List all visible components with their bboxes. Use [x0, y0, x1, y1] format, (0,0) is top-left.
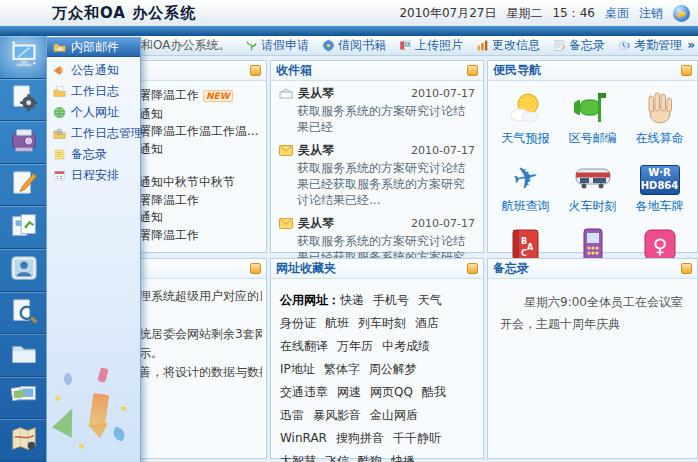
- sidebar-item-edit-document[interactable]: [0, 164, 47, 207]
- message-sender: 吴从琴: [298, 142, 334, 159]
- favorite-link[interactable]: 快播: [391, 454, 415, 462]
- work-log-item[interactable]: 统居委会网站剩余3套网: [139, 325, 262, 344]
- work-log-item[interactable]: [139, 306, 262, 325]
- favorite-link[interactable]: 网速: [337, 385, 361, 399]
- nav-item-天气预报[interactable]: 天气预报: [492, 89, 559, 147]
- favorite-link[interactable]: 周公解梦: [369, 362, 417, 376]
- desktop-icon: [9, 40, 39, 73]
- favorite-link[interactable]: 网页QQ: [370, 385, 413, 399]
- toolbar-item-label: 备忘录: [569, 37, 605, 54]
- favorite-link[interactable]: 金山网盾: [370, 408, 418, 422]
- menu-item-label: 日程安排: [71, 167, 119, 184]
- quick-nav-grid: 天气预报区号邮编在线算命✈航班查询火车时刻W·RHD864各地车牌BAC在线翻译…: [488, 81, 697, 283]
- toolbar-item-label: 上传照片: [415, 37, 463, 54]
- announcement-item[interactable]: 署降温工作: [139, 192, 262, 210]
- sidebar-item-photo-gallery[interactable]: [0, 377, 47, 420]
- favorite-link[interactable]: 迅雷: [280, 408, 304, 422]
- message-date: 2010-07-17: [411, 217, 475, 230]
- menu-item-工作日志管理[interactable]: 工作日志管理: [47, 123, 140, 144]
- logout-link[interactable]: 注销: [639, 5, 663, 22]
- announcement-title: 署降温工作温工作温...: [139, 124, 258, 138]
- announcement-item[interactable]: 署降温工作温工作温...: [139, 123, 262, 141]
- announcement-item[interactable]: 通知: [139, 209, 262, 227]
- inbox-panel-header: 收件箱: [271, 61, 483, 81]
- nav-item-各地车牌[interactable]: W·RHD864各地车牌: [626, 157, 693, 215]
- favorite-link[interactable]: 搜狗拼音: [336, 431, 384, 445]
- favorite-link[interactable]: 天气: [418, 293, 442, 307]
- announcement-item[interactable]: 通知中秋节中秋节: [139, 174, 262, 192]
- announcement-item[interactable]: 署降温工作: [139, 227, 262, 245]
- favorite-link[interactable]: IP地址: [280, 362, 315, 376]
- favorite-link[interactable]: 酷我: [422, 385, 446, 399]
- toolbar-item-上传照片[interactable]: 上传照片: [399, 37, 463, 54]
- inbox-message-header: 吴从琴2010-07-17: [279, 215, 475, 232]
- inbox-message[interactable]: 吴从琴2010-07-17获取服务系统的方案研究讨论结果已经: [271, 81, 483, 138]
- favorite-link[interactable]: 繁体字: [324, 362, 360, 376]
- favorite-link[interactable]: 身份证: [280, 316, 316, 330]
- mail-folder-icon: [53, 41, 66, 54]
- minimize-icon[interactable]: [681, 65, 692, 76]
- menu-item-公告通知[interactable]: 公告通知: [47, 60, 140, 81]
- top-header-bar: 万众和OA 办公系统 2010年07月27日 星期二 15：46 桌面 注销: [0, 0, 698, 27]
- minimize-icon[interactable]: [467, 65, 478, 76]
- toolbar-item-借阅书籍[interactable]: 借阅书籍: [322, 37, 386, 54]
- favorite-link[interactable]: 万年历: [337, 339, 373, 353]
- work-log-item[interactable]: 善，将设计的数据与数据: [139, 363, 262, 382]
- menu-item-个人网址[interactable]: 个人网址: [47, 102, 140, 123]
- favorite-link[interactable]: 交通违章: [280, 385, 328, 399]
- favorite-link[interactable]: 千千静听: [393, 431, 441, 445]
- announcement-item[interactable]: 通知: [139, 141, 262, 159]
- menu-item-日程安排[interactable]: 日程安排: [47, 165, 140, 186]
- nav-item-区号邮编[interactable]: 区号邮编: [559, 89, 626, 147]
- sidebar-item-document-search[interactable]: [0, 292, 47, 335]
- sidebar-item-desktop[interactable]: [0, 36, 47, 79]
- minimize-icon[interactable]: [250, 263, 261, 274]
- favorite-link[interactable]: 飞信: [325, 454, 349, 462]
- favorite-link[interactable]: 暴风影音: [313, 408, 361, 422]
- menu-item-备忘录[interactable]: 备忘录: [47, 144, 140, 165]
- sidebar-item-user-profile[interactable]: [0, 249, 47, 292]
- weather-icon: [506, 89, 546, 129]
- favorite-link[interactable]: 手机号: [373, 293, 409, 307]
- menu-item-内部邮件[interactable]: 内部邮件: [47, 38, 140, 57]
- toolbar-item-备忘录[interactable]: 备忘录: [553, 37, 605, 54]
- sidebar-item-print-device[interactable]: [0, 121, 47, 164]
- minimize-icon[interactable]: [467, 263, 478, 274]
- sidebar-item-document-gear[interactable]: [0, 79, 47, 122]
- announcement-title: 通知: [139, 142, 163, 156]
- toolbar-overflow-icon[interactable]: »: [687, 36, 695, 55]
- favorite-link[interactable]: 列车时刻: [358, 316, 406, 330]
- announcement-item[interactable]: 通知: [139, 106, 262, 124]
- menu-item-工作日志[interactable]: 工作日志: [47, 81, 140, 102]
- sidebar-item-folder[interactable]: [0, 334, 47, 377]
- menu-item-label: 内部邮件: [71, 39, 119, 56]
- inbox-message[interactable]: 吴从琴2010-07-17获取服务系统的方案研究讨论结果已经获取服务系统的方案研…: [271, 138, 483, 211]
- work-log-item[interactable]: 示。: [139, 344, 262, 363]
- minimize-icon[interactable]: [250, 65, 261, 76]
- favorite-link[interactable]: 在线翻译: [280, 339, 328, 353]
- nav-item-在线算命[interactable]: 在线算命: [626, 89, 693, 147]
- toolbar-item-考勤管理[interactable]: 考勤管理: [618, 37, 682, 54]
- toolbar-item-请假申请[interactable]: 请假申请: [245, 37, 309, 54]
- menu-item-label: 工作日志管理: [71, 125, 143, 142]
- toolbar-item-更改信息[interactable]: 更改信息: [476, 37, 540, 54]
- nav-item-火车时刻[interactable]: 火车时刻: [559, 157, 626, 215]
- favorite-link[interactable]: 中考成绩: [382, 339, 430, 353]
- nav-item-label: 火车时刻: [569, 198, 617, 215]
- messenger-icon[interactable]: [673, 5, 690, 22]
- journal-manage-icon: [53, 127, 66, 140]
- palm-icon: [640, 89, 680, 129]
- favorite-link[interactable]: 酷狗: [358, 454, 382, 462]
- work-log-item[interactable]: 理系统超级用户对应的日志: [139, 287, 262, 306]
- announcement-item[interactable]: 署降温工作NEW: [139, 87, 262, 106]
- sidebar-item-report-documents[interactable]: [0, 206, 47, 249]
- minimize-icon[interactable]: [681, 263, 692, 274]
- desktop-link[interactable]: 桌面: [605, 5, 629, 22]
- favorite-link[interactable]: 快递: [340, 293, 364, 307]
- favorite-link[interactable]: 航班: [325, 316, 349, 330]
- favorite-link[interactable]: 酒店: [415, 316, 439, 330]
- nav-item-航班查询[interactable]: ✈航班查询: [492, 157, 559, 215]
- sidebar-item-map[interactable]: [0, 419, 47, 462]
- favorite-link[interactable]: 大智慧: [280, 454, 316, 462]
- favorite-link[interactable]: WinRAR: [280, 431, 327, 445]
